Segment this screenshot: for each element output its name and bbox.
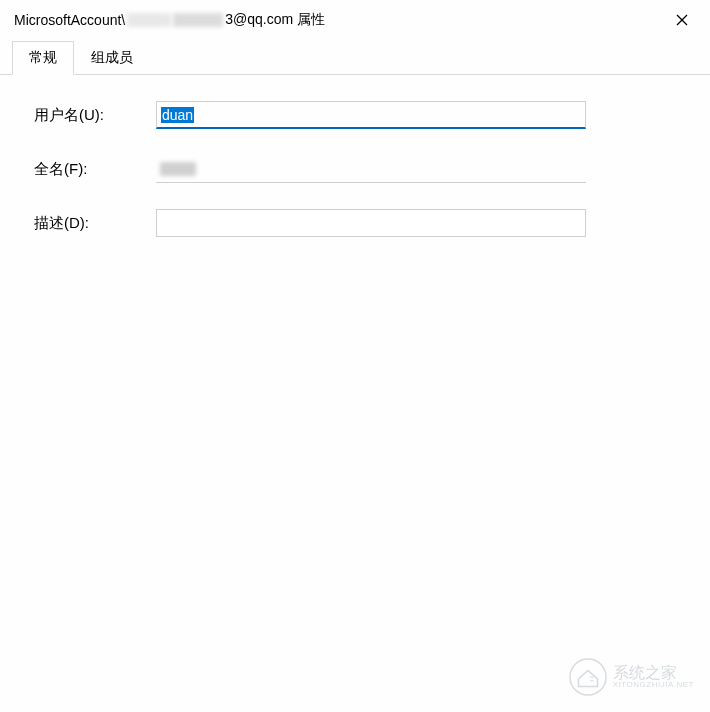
watermark: 系统之家 XITONGZHIJIA.NET <box>569 658 694 696</box>
username-label: 用户名(U): <box>34 106 156 125</box>
tab-panel-general: 用户名(U): duan 全名(F): 描述(D): <box>0 75 710 289</box>
title-redacted-2 <box>173 13 223 27</box>
fullname-redacted <box>160 162 196 176</box>
title-suffix: 3@qq.com 属性 <box>225 11 325 29</box>
svg-point-2 <box>570 659 606 695</box>
tab-general[interactable]: 常规 <box>12 41 74 75</box>
row-description: 描述(D): <box>34 209 676 237</box>
close-icon <box>676 14 688 26</box>
fullname-input[interactable] <box>156 155 586 183</box>
description-input[interactable] <box>156 209 586 237</box>
window-title: MicrosoftAccount\ 3@qq.com 属性 <box>14 11 325 29</box>
watermark-house-icon <box>569 658 607 696</box>
tab-members[interactable]: 组成员 <box>74 41 150 75</box>
watermark-sub: XITONGZHIJIA.NET <box>613 681 694 690</box>
watermark-main: 系统之家 <box>613 664 694 682</box>
title-redacted-1 <box>127 13 171 27</box>
tab-strip: 常规 组成员 <box>0 40 710 75</box>
row-fullname: 全名(F): <box>34 155 676 183</box>
row-username: 用户名(U): duan <box>34 101 676 129</box>
watermark-text: 系统之家 XITONGZHIJIA.NET <box>613 664 694 690</box>
description-label: 描述(D): <box>34 214 156 233</box>
username-value: duan <box>161 107 194 123</box>
username-input[interactable]: duan <box>156 101 586 129</box>
fullname-label: 全名(F): <box>34 160 156 179</box>
titlebar: MicrosoftAccount\ 3@qq.com 属性 <box>0 0 710 40</box>
title-prefix: MicrosoftAccount\ <box>14 12 125 28</box>
close-button[interactable] <box>660 5 704 35</box>
